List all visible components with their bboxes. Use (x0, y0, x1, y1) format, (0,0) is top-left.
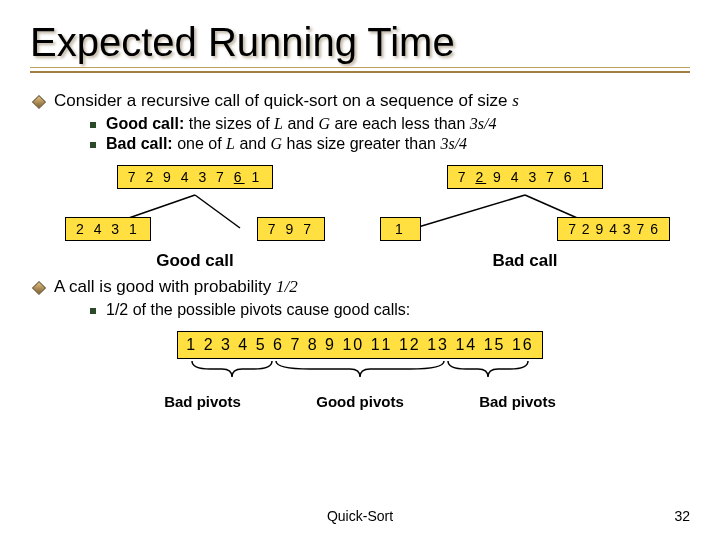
footer-center: Quick-Sort (327, 508, 393, 524)
bad-parent-seq: 7 2 9 4 3 7 6 1 (458, 169, 593, 185)
sub2a: one of (173, 135, 226, 152)
var-s: s (512, 91, 519, 110)
good-call-caption: Good call (156, 251, 233, 271)
brace-svg (190, 359, 530, 381)
sub2c: has size greater than (282, 135, 440, 152)
good-call-tree: 7 2 9 4 3 7 6 1 2 4 3 1 7 9 7 Good call (45, 165, 345, 271)
bullet-2: A call is good with probability 1/2 (30, 277, 690, 297)
sub2b: and (235, 135, 271, 152)
square-icon (90, 142, 96, 148)
bullet-2-text: A call is good with probability (54, 277, 276, 296)
sub1a: the sizes of (184, 115, 274, 132)
good-left-box: 2 4 3 1 (65, 217, 151, 241)
good-pivots: Good pivots (255, 393, 465, 410)
bad-call-label: Bad call: (106, 135, 173, 152)
frac-2: 3s/4 (440, 135, 467, 152)
good-call-label: Good call: (106, 115, 184, 132)
sub3-text: 1/2 of the possible pivots cause good ca… (106, 301, 410, 319)
diamond-icon (32, 281, 46, 295)
good-parent-seq: 7 2 9 4 3 7 6 1 (128, 169, 263, 185)
sub-bullet-3: 1/2 of the possible pivots cause good ca… (90, 301, 690, 319)
square-icon (90, 122, 96, 128)
good-right-box: 7 9 7 (257, 217, 325, 241)
bullet-1: Consider a recursive call of quick-sort … (30, 91, 690, 111)
frac-half: 1/2 (276, 277, 298, 296)
bullet-1-text: Consider a recursive call of quick-sort … (54, 91, 512, 110)
bad-left-box: 1 (380, 217, 421, 241)
good-parent-box: 7 2 9 4 3 7 6 1 (117, 165, 274, 189)
bad-pivots-right: Bad pivots (465, 393, 570, 410)
slide-title: Expected Running Time (30, 20, 690, 73)
sub1c: are each less than (330, 115, 470, 132)
frac-1: 3s/4 (470, 115, 497, 132)
bad-call-caption: Bad call (492, 251, 557, 271)
sub1b: and (283, 115, 319, 132)
pivot-area: 1 2 3 4 5 6 7 8 9 10 11 12 13 14 15 16 B… (30, 331, 690, 410)
square-icon (90, 308, 96, 314)
footer: Quick-Sort 32 (0, 508, 720, 524)
var-L2: L (226, 135, 235, 152)
diamond-icon (32, 95, 46, 109)
sub-bullet-1: Good call: the sizes of L and G are each… (90, 115, 690, 133)
bad-parent-box: 7 2 9 4 3 7 6 1 (447, 165, 604, 189)
pivot-box: 1 2 3 4 5 6 7 8 9 10 11 12 13 14 15 16 (177, 331, 542, 359)
bad-right-box: 7 2 9 4 3 7 6 (557, 217, 670, 241)
sub-bullet-2: Bad call: one of L and G has size greate… (90, 135, 690, 153)
diagram-area: 7 2 9 4 3 7 6 1 2 4 3 1 7 9 7 Good call … (30, 165, 690, 271)
bad-call-tree: 7 2 9 4 3 7 6 1 1 7 2 9 4 3 7 6 Bad call (375, 165, 675, 271)
bad-pivots-left: Bad pivots (150, 393, 255, 410)
page-number: 32 (674, 508, 690, 524)
var-L: L (274, 115, 283, 132)
brace-labels: Bad pivots Good pivots Bad pivots (150, 383, 570, 410)
var-G: G (319, 115, 331, 132)
var-G2: G (271, 135, 283, 152)
